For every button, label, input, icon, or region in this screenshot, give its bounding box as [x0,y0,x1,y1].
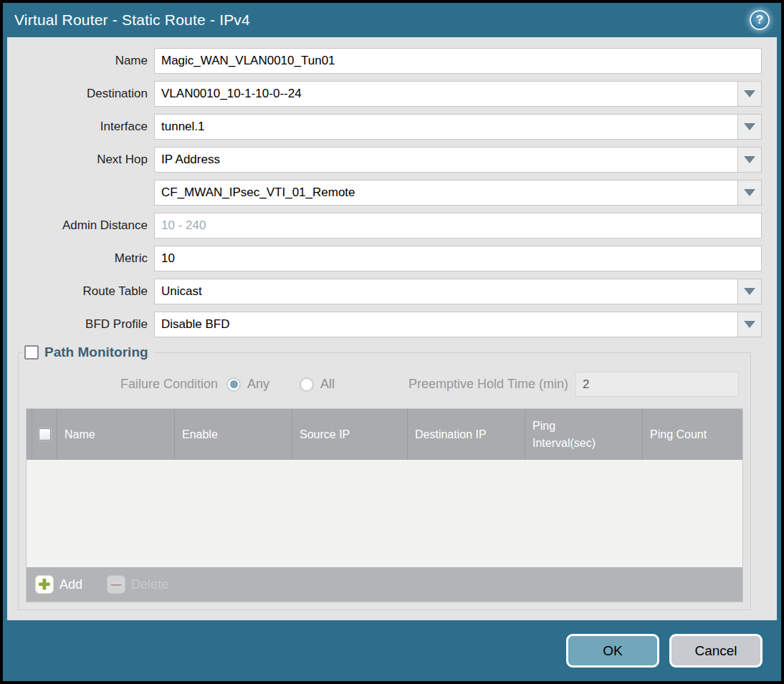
metric-input[interactable] [155,246,761,271]
next-hop-address-wrap [154,180,762,206]
path-monitoring-legend: Path Monitoring [23,345,154,360]
destination-dropdown-button[interactable] [737,82,761,106]
table-header: Name Enable Source IP Destination IP Pin… [27,409,742,460]
chevron-down-icon [744,288,755,295]
radio-any-label: Any [247,377,269,392]
failure-condition-all-option[interactable]: All [300,377,335,392]
dialog-footer: OK Cancel [3,620,781,681]
route-table-input[interactable] [155,279,737,304]
name-field-wrap [154,48,762,74]
form-row-metric: Metric [7,246,762,271]
form-row-interface: Interface [7,114,762,140]
bfd-profile-label: BFD Profile [7,317,154,332]
column-header-source-ip: Source IP [292,409,408,460]
preemptive-hold-time-input[interactable] [575,372,739,397]
path-monitoring-table: Name Enable Source IP Destination IP Pin… [26,408,743,602]
radio-all-icon[interactable] [300,377,314,392]
form-row-next-hop-address [7,180,762,206]
bfd-profile-input[interactable] [155,312,737,337]
column-header-enable: Enable [175,409,292,460]
table-toolbar: ✚ Add ─ Delete [27,567,742,602]
chevron-down-icon [744,321,755,328]
metric-wrap [154,246,762,271]
header-checkbox-cell [32,409,57,460]
admin-distance-label: Admin Distance [7,218,154,233]
interface-label: Interface [7,120,154,134]
add-button-label: Add [59,577,82,592]
destination-label: Destination [7,87,154,101]
titlebar: Virtual Router - Static Route - IPv4 ? [3,3,781,37]
column-header-ping-interval: Ping Interval(sec) [525,409,643,460]
preemptive-hold-time-label: Preemptive Hold Time (min) [408,377,575,392]
radio-any-icon[interactable] [226,377,241,392]
form-row-destination: Destination [7,81,762,107]
delete-button[interactable]: ─ Delete [107,575,168,594]
add-button[interactable]: ✚ Add [35,575,82,594]
route-table-label: Route Table [7,284,154,299]
path-monitoring-title: Path Monitoring [44,345,148,360]
chevron-down-icon [744,156,755,163]
minus-icon: ─ [107,575,125,594]
name-input[interactable] [155,49,761,73]
next-hop-type-dropdown-button[interactable] [737,148,761,172]
admin-distance-input[interactable] [155,213,761,238]
metric-label: Metric [7,251,154,266]
form-row-bfd-profile: BFD Profile [7,312,762,337]
chevron-down-icon [744,123,755,130]
bfd-profile-wrap [154,312,762,337]
route-table-wrap [154,279,762,304]
interface-dropdown-button[interactable] [737,115,761,139]
header-strip [27,409,32,460]
admin-distance-wrap [154,213,762,239]
select-all-checkbox[interactable] [39,428,51,440]
failure-condition-any-option[interactable]: Any [226,377,269,392]
chevron-down-icon [744,189,755,196]
path-monitoring-checkbox[interactable] [24,345,39,360]
next-hop-type-input[interactable] [155,148,737,172]
plus-icon: ✚ [35,575,54,594]
next-hop-address-dropdown-button[interactable] [737,180,761,205]
column-header-name: Name [57,409,175,460]
cancel-button[interactable]: Cancel [669,634,763,668]
chevron-down-icon [744,90,755,97]
destination-field-wrap [154,81,762,107]
next-hop-type-wrap [154,147,762,173]
static-route-dialog: Virtual Router - Static Route - IPv4 ? N… [0,0,784,684]
table-body-empty [27,460,742,567]
ok-button[interactable]: OK [566,634,659,668]
form-row-next-hop: Next Hop [7,147,762,173]
delete-button-label: Delete [131,577,168,592]
path-monitoring-section: Path Monitoring Failure Condition Any Al… [18,345,751,610]
form-row-admin-distance: Admin Distance [7,213,762,239]
dialog-title: Virtual Router - Static Route - IPv4 [14,11,250,29]
form-row-route-table: Route Table [7,279,762,304]
next-hop-address-input[interactable] [155,180,737,205]
failure-condition-label: Failure Condition [19,377,226,392]
interface-input[interactable] [155,115,737,139]
destination-input[interactable] [155,82,737,106]
form-row-name: Name [7,48,762,74]
route-table-dropdown-button[interactable] [737,279,761,304]
help-icon[interactable]: ? [750,10,770,30]
column-header-ping-count: Ping Count [643,409,742,460]
failure-condition-row: Failure Condition Any All Preemptive Hol… [19,372,750,397]
name-label: Name [7,54,154,68]
bfd-profile-dropdown-button[interactable] [737,312,761,337]
radio-all-label: All [320,377,335,392]
column-header-destination-ip: Destination IP [408,409,525,460]
next-hop-label: Next Hop [7,153,154,167]
dialog-body: Name Destination Interface Next Hop [7,37,777,620]
interface-field-wrap [154,114,762,140]
